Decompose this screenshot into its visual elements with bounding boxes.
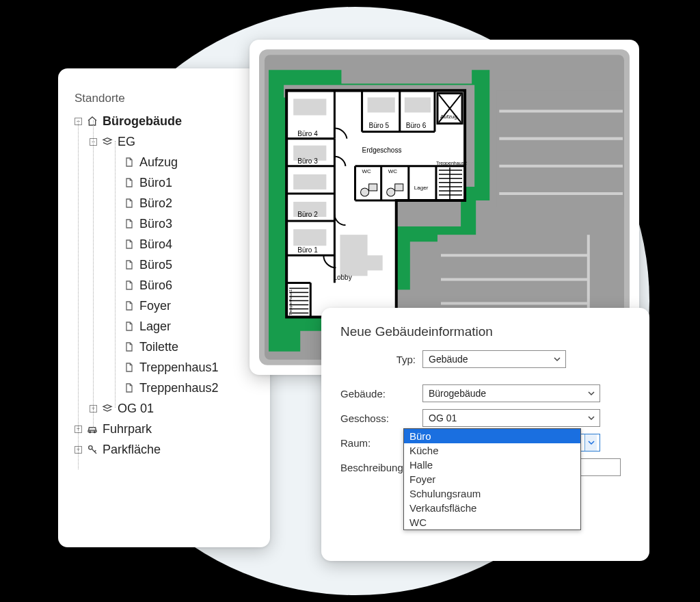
- tree-item-label: Bürogebäude: [103, 114, 182, 129]
- row-typ: Typ: Gebäude: [340, 350, 630, 368]
- tree-item-label: Parkfläche: [103, 443, 161, 457]
- tree-item[interactable]: Treppenhaus2: [75, 378, 262, 398]
- form-title: Neue Gebäudeinformation: [340, 324, 630, 339]
- tree-item[interactable]: −Bürogebäude: [75, 111, 262, 131]
- svg-point-3: [89, 446, 92, 449]
- room-label-buero5: Büro 5: [369, 122, 390, 129]
- tree-title: Standorte: [75, 92, 262, 105]
- svg-point-46: [361, 188, 369, 196]
- tree-item[interactable]: Toilette: [75, 337, 262, 357]
- tree-item[interactable]: Treppenhaus1: [75, 357, 262, 378]
- chevron-down-icon: [552, 354, 563, 365]
- tree-item-label: Büro1: [139, 176, 172, 190]
- home-icon: [86, 115, 98, 127]
- svg-rect-39: [405, 97, 431, 112]
- tree-item-label: Fuhrpark: [103, 422, 152, 436]
- room-label-buero4: Büro 4: [297, 130, 318, 138]
- page-icon: [123, 382, 135, 394]
- select-gebaeude[interactable]: Bürogebäude: [422, 384, 600, 402]
- page-icon: [123, 238, 135, 250]
- page-icon: [123, 197, 135, 209]
- svg-rect-43: [293, 229, 326, 246]
- page-icon: [123, 361, 135, 374]
- tree-panel: Standorte −Bürogebäude−EGAufzugBüro1Büro…: [58, 68, 270, 547]
- tree-body: −Bürogebäude−EGAufzugBüro1Büro2Büro3Büro…: [75, 111, 262, 460]
- tree-item-label: Foyer: [139, 299, 171, 313]
- car-icon: [86, 423, 98, 435]
- select-typ[interactable]: Gebäude: [422, 350, 566, 368]
- svg-rect-47: [369, 184, 377, 191]
- tree-item-label: Toilette: [139, 340, 178, 354]
- chevron-down-icon: [586, 388, 597, 399]
- tree-item[interactable]: Büro1: [75, 172, 262, 193]
- svg-rect-41: [293, 174, 326, 189]
- tree-item-label: Treppenhaus2: [139, 381, 218, 395]
- select-geschoss-value: OG 01: [429, 413, 457, 423]
- tree-item[interactable]: +OG 01: [75, 398, 262, 419]
- select-geschoss[interactable]: OG 01: [422, 409, 600, 427]
- page-icon: [123, 218, 135, 230]
- tree-item[interactable]: Büro5: [75, 254, 262, 275]
- tree-item[interactable]: −EG: [75, 131, 262, 152]
- tree-item-label: Büro3: [139, 217, 172, 231]
- room-label-buero3: Büro 3: [297, 157, 318, 165]
- form-panel: Neue Gebäudeinformation Typ: Gebäude Geb…: [321, 308, 649, 561]
- tree-item-label: Büro6: [139, 278, 172, 293]
- label-gebaeude: Gebäude:: [340, 388, 416, 400]
- label-geschoss: Geschoss:: [340, 413, 416, 424]
- key-icon: [86, 443, 98, 456]
- tree-item[interactable]: Büro3: [75, 213, 262, 234]
- dropdown-option[interactable]: Küche: [404, 443, 580, 458]
- tree-item[interactable]: Büro2: [75, 193, 262, 213]
- dropdown-option[interactable]: Halle: [404, 458, 580, 472]
- svg-rect-37: [293, 99, 326, 115]
- dropdown-option[interactable]: Verkaufsfläche: [404, 501, 580, 515]
- svg-rect-45: [362, 255, 383, 270]
- room-label-lobby: Lobby: [333, 274, 351, 281]
- dropdown-option[interactable]: Büro: [404, 429, 580, 443]
- tree-item-label: OG 01: [118, 402, 154, 416]
- tree-item[interactable]: Foyer: [75, 296, 262, 316]
- tree-item-label: Büro4: [139, 237, 172, 252]
- svg-rect-49: [395, 184, 403, 191]
- tree-item[interactable]: Büro4: [75, 234, 262, 254]
- room-label-buero1: Büro 1: [297, 246, 318, 254]
- dropdown-option[interactable]: Schulungsraum: [404, 486, 580, 501]
- tree-item[interactable]: +Parkfläche: [75, 439, 262, 460]
- chevron-down-icon: [586, 413, 597, 423]
- select-typ-value: Gebäude: [429, 354, 468, 365]
- tree-item[interactable]: Aufzug: [75, 152, 262, 172]
- tree-item-label: Büro5: [139, 258, 172, 272]
- tree-item[interactable]: Lager: [75, 316, 262, 337]
- svg-rect-38: [368, 97, 395, 112]
- tree-item[interactable]: +Fuhrpark: [75, 419, 262, 439]
- floor-icon: [101, 402, 113, 415]
- label-typ: Typ:: [340, 354, 416, 365]
- tree-item-label: Lager: [139, 319, 171, 334]
- page-icon: [123, 156, 135, 168]
- row-gebaeude: Gebäude: Bürogebäude: [340, 384, 630, 402]
- tree-item-label: EG: [118, 135, 135, 149]
- dropdown-raum-options[interactable]: BüroKücheHalleFoyerSchulungsraumVerkaufs…: [403, 428, 581, 530]
- room-label-main: Erdgeschoss: [362, 146, 402, 154]
- page-icon: [123, 259, 135, 271]
- dropdown-option[interactable]: WC: [404, 515, 580, 529]
- room-label-wc1: WC: [362, 168, 372, 174]
- page-icon: [123, 341, 135, 353]
- room-label-wc2: WC: [388, 168, 398, 174]
- room-label-lager: Lager: [414, 185, 429, 191]
- dropdown-option[interactable]: Foyer: [404, 472, 580, 486]
- tree-item-label: Aufzug: [139, 155, 178, 170]
- room-label-treppenhaus2: Treppenhaus2: [436, 161, 467, 166]
- page-icon: [123, 320, 135, 332]
- floor-icon: [101, 135, 113, 148]
- row-geschoss: Geschoss: OG 01: [340, 409, 630, 427]
- page-icon: [123, 279, 135, 291]
- chevron-down-icon: [584, 434, 597, 451]
- svg-rect-6: [496, 90, 624, 207]
- tree-item[interactable]: Büro6: [75, 275, 262, 296]
- room-label-buero2: Büro 2: [297, 211, 318, 218]
- page-icon: [123, 176, 135, 189]
- room-label-aufzug: Aufzug: [440, 114, 457, 120]
- page-icon: [123, 300, 135, 312]
